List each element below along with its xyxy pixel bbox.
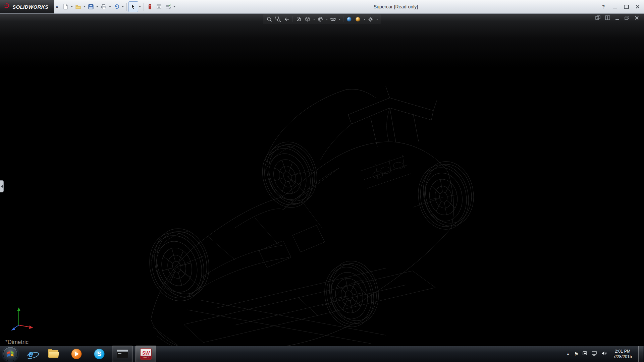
taskbar-item-command-window[interactable]: [112, 346, 133, 362]
view-orientation-icon: [305, 16, 311, 22]
display-style-dropdown[interactable]: [325, 15, 328, 23]
display-style-icon: [318, 16, 323, 22]
show-desktop-button[interactable]: [638, 346, 643, 362]
new-document-icon: [62, 4, 68, 10]
clock-time: 2:01 PM: [613, 349, 632, 354]
folder-icon: [48, 350, 59, 358]
new-window-icon: [595, 15, 600, 20]
titlebar[interactable]: SOLIDWORKS »: [0, 0, 644, 14]
start-button[interactable]: [0, 346, 21, 362]
running-app-tray-icon[interactable]: [583, 351, 587, 357]
window-title: Supercar [Read-only]: [374, 0, 418, 13]
clock-date: 7/28/2015: [613, 354, 632, 359]
internet-explorer-icon: e: [28, 350, 33, 359]
view-settings-icon: [368, 16, 374, 22]
view-settings-dropdown[interactable]: [376, 15, 379, 23]
toolbar-separator: [144, 3, 144, 11]
open-dropdown[interactable]: [83, 2, 87, 12]
previous-view-button[interactable]: [283, 15, 291, 23]
toolbar-expander[interactable]: »: [56, 4, 58, 9]
help-button[interactable]: ?: [600, 4, 606, 10]
view-orientation-dropdown[interactable]: [313, 15, 316, 23]
close-button[interactable]: [635, 4, 641, 10]
doc-new-window-button[interactable]: [595, 15, 600, 20]
chevron-left-icon: [1, 185, 3, 188]
apply-scene-button[interactable]: [354, 15, 362, 23]
print-dropdown[interactable]: [108, 2, 112, 12]
action-center-icon[interactable]: ⚑: [574, 351, 579, 357]
edit-appearance-icon: [346, 16, 352, 22]
taskbar-item-internet-explorer[interactable]: e: [21, 346, 41, 362]
undo-dropdown[interactable]: [121, 2, 125, 12]
graphics-viewport[interactable]: *Dimetric: [0, 13, 644, 346]
minimize-doc-icon: [615, 16, 620, 20]
print-icon: [101, 4, 107, 10]
volume-icon[interactable]: [601, 351, 607, 357]
view-orientation-button[interactable]: [304, 15, 312, 23]
doc-minimize-button[interactable]: [614, 15, 620, 20]
solidworks-version-badge: 2015: [141, 356, 151, 359]
close-doc-icon: [635, 16, 639, 20]
options-button[interactable]: [164, 2, 173, 12]
hud-separator: [293, 16, 293, 22]
split-window-icon: [605, 15, 610, 20]
new-document-button[interactable]: [61, 2, 70, 12]
zoom-to-area-button[interactable]: [274, 15, 282, 23]
apply-scene-icon: [355, 16, 361, 22]
taskbar-item-skype[interactable]: S: [89, 346, 109, 362]
system-tray: ▲ ⚑ 2:01 PM 7/28/2015: [566, 346, 644, 362]
section-view-icon: [296, 16, 302, 22]
hide-show-items-dropdown[interactable]: [338, 15, 341, 23]
select-dropdown[interactable]: [138, 2, 142, 12]
restore-doc-icon: [625, 16, 629, 20]
print-button[interactable]: [99, 2, 108, 12]
new-dropdown[interactable]: [70, 2, 74, 12]
windows-logo-icon: [6, 350, 14, 358]
wireframe-model: [0, 13, 644, 346]
view-settings-button[interactable]: [367, 15, 375, 23]
doc-split-window-button[interactable]: [605, 15, 610, 20]
file-properties-button[interactable]: [155, 2, 164, 12]
desktop: SOLIDWORKS »: [0, 0, 644, 362]
open-folder-icon: [75, 4, 81, 10]
minimize-button[interactable]: [612, 4, 618, 10]
view-orientation-label: *Dimetric: [5, 339, 29, 346]
solidworks-icon: SW 2015: [140, 348, 152, 360]
dassault-icon: [3, 3, 10, 11]
select-button[interactable]: [128, 1, 138, 12]
save-dropdown[interactable]: [96, 2, 99, 12]
hide-show-items-button[interactable]: [329, 15, 337, 23]
doc-restore-button[interactable]: [624, 15, 630, 20]
apply-scene-dropdown[interactable]: [363, 15, 366, 23]
display-style-button[interactable]: [317, 15, 324, 23]
orientation-triad: [7, 305, 38, 337]
network-icon[interactable]: [592, 351, 597, 357]
undo-button[interactable]: [112, 2, 121, 12]
toolbar-separator: [126, 3, 127, 11]
edit-appearance-button[interactable]: [345, 15, 353, 23]
solidworks-logo[interactable]: SOLIDWORKS: [0, 0, 54, 13]
doc-close-button[interactable]: [634, 15, 639, 20]
section-view-button[interactable]: [295, 15, 303, 23]
maximize-button[interactable]: [623, 4, 629, 10]
zoom-to-fit-button[interactable]: [266, 15, 273, 23]
taskbar-item-solidworks[interactable]: SW 2015: [136, 346, 156, 362]
select-cursor-icon: [130, 4, 136, 10]
taskbar: e S SW 2015 ▲ ⚑: [0, 346, 644, 362]
open-document-button[interactable]: [74, 2, 83, 12]
media-player-icon: [71, 349, 82, 359]
featuremanager-flyout-tab[interactable]: [0, 180, 4, 192]
taskbar-item-media-player[interactable]: [66, 346, 87, 362]
show-hidden-icons-button[interactable]: ▲: [566, 352, 570, 356]
taskbar-clock[interactable]: 2:01 PM 7/28/2015: [611, 349, 634, 360]
heads-up-view-toolbar: [263, 14, 381, 24]
save-icon: [88, 4, 94, 10]
toolbox-button[interactable]: [146, 2, 155, 12]
save-button[interactable]: [87, 2, 96, 12]
hud-separator: [343, 16, 343, 22]
logo-text: SOLIDWORKS: [12, 4, 48, 10]
taskbar-item-windows-explorer[interactable]: [44, 346, 64, 362]
command-window-icon: [117, 350, 128, 358]
options-dropdown[interactable]: [173, 2, 176, 12]
undo-icon: [113, 4, 119, 10]
